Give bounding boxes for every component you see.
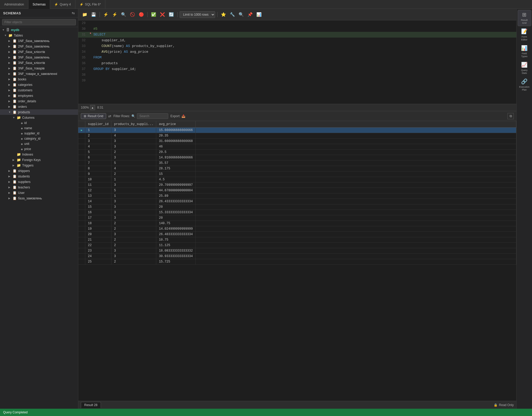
tree-item-orders[interactable]: ▶ 📋 orders [0, 104, 78, 109]
star-button[interactable]: ⭐ [220, 11, 227, 18]
tree-item-col-price[interactable]: ◆ price [0, 146, 78, 152]
table-row[interactable]: 2 4 20.35 [78, 133, 516, 139]
tree-item-teachers[interactable]: ▶ 📋 teachers [0, 185, 78, 190]
th-products-by-supplier[interactable]: products_by_suppli... [111, 121, 156, 128]
tree-item-col-supplier-id[interactable]: ◆ supplier_id [0, 131, 78, 136]
data-table-container[interactable]: supplier_id products_by_suppli... avg_pr… [78, 121, 516, 401]
result-search-input[interactable] [137, 113, 168, 119]
tab-schemas[interactable]: Schemas [28, 0, 50, 9]
table-row[interactable]: 21 2 10.75 [78, 237, 516, 243]
table-row[interactable]: 11 3 29.709999999999997 [78, 182, 516, 188]
snippet-button[interactable]: 📌 [246, 11, 254, 18]
tree-item-3nf-tov[interactable]: ▶ 📋 3NF_база_товарів [0, 66, 78, 71]
rollback-button[interactable]: 🔴 [137, 11, 145, 18]
result-grid-panel-btn[interactable]: ⊞ Result Grid [518, 10, 531, 26]
close-button[interactable]: ❌ [159, 11, 166, 18]
table-row[interactable]: 5 2 29.5 [78, 150, 516, 155]
tree-item-1nf[interactable]: ▶ 📋 1NF_база_замовлень [0, 38, 78, 44]
tree-item-employees[interactable]: ▶ 📋 employees [0, 93, 78, 98]
table-row[interactable]: 7 5 35.57 [78, 161, 516, 166]
table-row[interactable]: ▶ 1 3 15.666666666666666 [78, 128, 516, 133]
export-button[interactable]: Export: 📤 [170, 114, 185, 118]
table-row[interactable]: 20 3 26.483333333333334 [78, 232, 516, 237]
tree-item-order-details[interactable]: ▶ 📋 order_details [0, 98, 78, 104]
table-row[interactable]: 4 3 46 [78, 144, 516, 150]
commit-button[interactable]: 🚫 [129, 11, 136, 18]
tree-item-3nf-zam[interactable]: ▶ 📋 3NF_база_замовлень [0, 55, 78, 60]
tab-query4[interactable]: ⚡ Query 4 [50, 0, 75, 9]
form-editor-panel-btn[interactable]: 📝 Form Editor [518, 27, 531, 43]
table-row[interactable]: 3 3 31.666666666666668 [78, 139, 516, 144]
filter-objects-input[interactable] [2, 19, 76, 25]
tree-item-categories[interactable]: ▶ 📋 categories [0, 82, 78, 87]
table-row[interactable]: 13 1 25.89 [78, 193, 516, 199]
table-row[interactable]: 18 2 140.75 [78, 221, 516, 226]
execute-all-button[interactable]: ⚡ [111, 11, 119, 18]
check-button[interactable]: ✅ [150, 11, 158, 18]
tab-administration[interactable]: Administration [0, 0, 28, 9]
tab-sqlfile6[interactable]: ⚡ SQL File 6* [75, 0, 105, 9]
tree-item-customers[interactable]: ▶ 📋 customers [0, 87, 78, 93]
th-avg-price[interactable]: avg_price [156, 121, 196, 128]
code-editor[interactable]: 29 30 #5 31 ● SELECT 32 supplier_id, 33 [78, 20, 516, 104]
cell-products-by-supplier: 3 [111, 155, 156, 161]
open-file-button[interactable]: 📁 [81, 11, 89, 18]
th-supplier-id[interactable]: supplier_id [85, 121, 111, 128]
tree-item-col-unit[interactable]: ◆ unit [0, 141, 78, 146]
table-row[interactable]: 6 3 14.916666666666666 [78, 155, 516, 161]
tree-item-products[interactable]: ▼ 📋 products [0, 109, 78, 115]
table-row[interactable]: 25 2 15.725 [78, 259, 516, 265]
table-row[interactable]: 9 2 15 [78, 171, 516, 177]
table-row[interactable]: 23 3 18.083333333333332 [78, 248, 516, 254]
refresh-button[interactable]: 🔄 [167, 11, 175, 18]
execute-button[interactable]: ⚡ [102, 11, 110, 18]
tree-item-col-name[interactable]: ◆ name [0, 126, 78, 131]
tree-item-indexes[interactable]: 📁 Indexes [0, 152, 78, 157]
tab-administration-label: Administration [4, 3, 24, 6]
history-button[interactable]: 📊 [255, 11, 263, 18]
tree-item-students[interactable]: ▶ 📋 students [0, 174, 78, 179]
format-button[interactable]: 🔧 [228, 11, 236, 18]
stop-button[interactable]: 🔍 [120, 11, 128, 18]
execution-plan-panel-btn[interactable]: 🔗 Execution Plan [518, 77, 531, 93]
query-stats-panel-btn[interactable]: 📈 Query Stats [518, 60, 531, 76]
result-tab-item-28[interactable]: Result 28 [81, 402, 101, 408]
limit-rows-select[interactable]: Limit to 1000 rows [180, 11, 215, 18]
tree-item-3nf-kl[interactable]: ▶ 📋 3NF_база_клієнтів [0, 60, 78, 66]
tree-item-col-id[interactable]: ◆ id [0, 120, 78, 126]
tree-item-books[interactable]: ▶ 📋 books [0, 76, 78, 82]
tree-item-2nf-kl[interactable]: ▶ 📋 2NF_база_клієнтів [0, 49, 78, 55]
table-row[interactable]: 22 2 11.125 [78, 243, 516, 248]
tree-item-user[interactable]: ▶ 📋 User [0, 190, 78, 195]
tree-item-2nf-zam[interactable]: ▶ 📋 2NF_база_замовлень [0, 44, 78, 49]
tree-item-3nf-tov-zam[interactable]: ▶ 📋 3NF_товари_в_замовленні [0, 71, 78, 76]
table-row[interactable]: 14 3 26.433333333333334 [78, 199, 516, 204]
search-code-button[interactable]: 🔍 [237, 11, 245, 18]
table-row[interactable]: 24 3 30.933333333333334 [78, 254, 516, 259]
tree-item-col-category-id[interactable]: ◆ category_id [0, 136, 78, 141]
cell-avg-price: 26.433333333333334 [156, 199, 196, 204]
tree-item-columns[interactable]: ▼ 📁 Columns [0, 115, 78, 120]
table-row[interactable]: 10 1 4.5 [78, 177, 516, 182]
tree-item-foreign-keys[interactable]: ▶ 📁 Foreign Keys [0, 157, 78, 163]
field-types-panel-btn[interactable]: 📊 Field Types [518, 43, 531, 60]
table-row[interactable]: 16 3 15.333333333333334 [78, 210, 516, 215]
tree-item-mydb[interactable]: ▼ 🗄 mydb [0, 27, 78, 33]
tree-item-tables[interactable]: ▼ 📁 Tables [0, 33, 78, 38]
table-row[interactable]: 19 2 14.024999999999999 [78, 226, 516, 232]
table-row[interactable]: 17 3 20 [78, 215, 516, 221]
tree-item-shippers[interactable]: ▶ 📋 shippers [0, 168, 78, 174]
result-grid-tab[interactable]: ⊞ Result Grid [81, 113, 106, 119]
cell-products-by-supplier: 1 [111, 193, 156, 199]
zoom-up-button[interactable]: ▲ [90, 105, 95, 110]
wrap-button[interactable]: ⧉ [507, 113, 514, 119]
table-row[interactable]: 15 3 20 [78, 204, 516, 210]
table-row[interactable]: 8 4 28.175 [78, 166, 516, 171]
save-button[interactable]: 💾 [90, 11, 98, 18]
sidebar-collapse-icon[interactable]: ⇆ [72, 11, 75, 15]
tree-item-baza-zam[interactable]: ▶ 📋 база_замовлень [0, 195, 78, 201]
tree-item-suppliers[interactable]: ▶ 📋 suppliers [0, 179, 78, 185]
table-row[interactable]: 12 5 44.678000000000004 [78, 188, 516, 193]
tree-item-triggers[interactable]: ▶ 📁 Triggers [0, 163, 78, 168]
row-arrow [78, 171, 85, 177]
